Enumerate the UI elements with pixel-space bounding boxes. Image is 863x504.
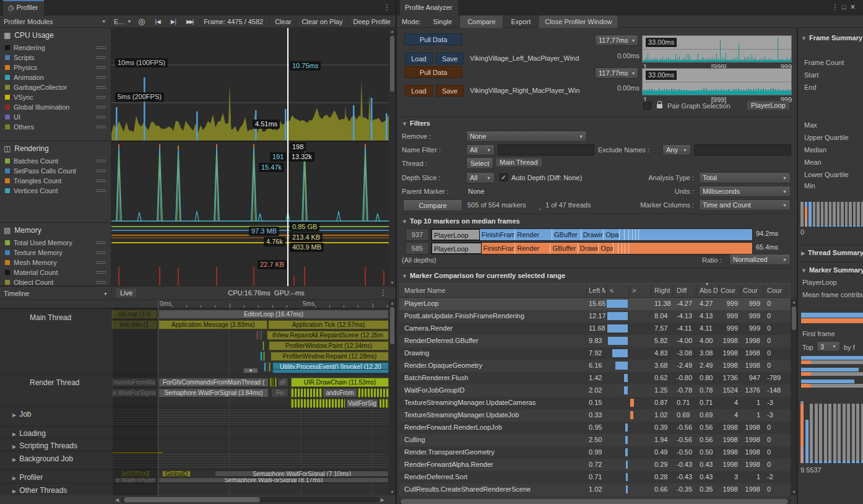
kebab-menu-icon[interactable]: ⋮	[831, 3, 842, 11]
legend-item[interactable]: Total Used Memory	[0, 238, 111, 248]
marker-segment[interactable]: Render	[515, 243, 550, 254]
column-header[interactable]: Abs D	[700, 287, 718, 294]
legend-item[interactable]: Rendering	[0, 43, 111, 53]
timeline-span-sliver[interactable]	[358, 388, 389, 398]
thread-label-main-thread[interactable]: Main Thread	[30, 313, 71, 322]
current-frame-button[interactable]: ▶▶|	[181, 19, 197, 25]
timeline-span-sliver[interactable]	[264, 362, 266, 371]
analysis-type-dropdown[interactable]: Total▼	[699, 172, 791, 183]
scrollbar-thumb[interactable]	[792, 306, 796, 330]
thread-label-job[interactable]: ▶Job	[12, 410, 32, 419]
marker-columns-dropdown[interactable]: Time and Count▼	[699, 199, 791, 211]
lock-icon[interactable]	[657, 104, 662, 108]
thread-summary-header[interactable]: ▶Thread Summary	[801, 249, 863, 256]
expand-icon[interactable]: ▶	[12, 489, 16, 494]
mode-single-button[interactable]: Single	[426, 18, 460, 25]
scroll-down-icon[interactable]: ▼	[389, 490, 396, 494]
scrollbar-thumb[interactable]	[390, 36, 394, 92]
drag-handle-icon[interactable]	[96, 180, 106, 182]
exclude-scope-dropdown[interactable]: Any▼	[662, 144, 691, 155]
timeline-span[interactable]: Fo	[271, 388, 288, 398]
legend-item[interactable]: Physics	[0, 63, 111, 72]
thread-label-background-job[interactable]: ▶Background Job	[12, 454, 73, 463]
timeline-span[interactable]: Application.Message (3.83ms)	[158, 320, 267, 329]
close-profiler-window-button[interactable]: Close Profiler Window	[538, 15, 618, 28]
legend-item[interactable]: Vertices Count	[0, 186, 111, 196]
mode-compare-button[interactable]: Compare	[459, 15, 503, 28]
timeline-span[interactable]: ▼	[243, 368, 258, 373]
editor-target-dropdown[interactable]: E...▼	[110, 15, 133, 28]
timeline-span[interactable]: mandsFromMa	[111, 378, 157, 387]
marker-segment-small[interactable]	[620, 229, 625, 240]
profiler-charts[interactable]: 10ms (100FPS)5ms (200FPS)10.75ms4.51ms19…	[111, 28, 389, 286]
scrollbar-thumb[interactable]	[124, 497, 260, 502]
timeline-span-sliver[interactable]	[262, 341, 264, 350]
exclude-names-input[interactable]	[694, 144, 791, 155]
legend-item[interactable]: UI	[0, 112, 111, 122]
timeline-span-sliver[interactable]	[272, 378, 274, 387]
profiler-modules-dropdown[interactable]: Profiler Modules▼	[0, 15, 110, 28]
kebab-menu-icon[interactable]: ⋮	[379, 289, 387, 297]
remove-dropdown[interactable]: None▼	[466, 131, 587, 142]
marker-segment[interactable]: FinishFram	[480, 229, 515, 240]
name-filter-input[interactable]	[498, 144, 594, 155]
thread-label-loading[interactable]: ▶Loading	[12, 429, 46, 438]
table-row[interactable]: WaitForJobGroupID2.021.25-0.780.78152413…	[399, 385, 791, 397]
timeline-span[interactable]: tion.Idle (1	[111, 320, 157, 329]
scroll-down-icon[interactable]: ▼	[389, 280, 396, 285]
table-row[interactable]: PlayerLoop15.6511.38-4.274.279999990	[399, 298, 791, 310]
table-row[interactable]: TextureStreamingManager.UpdateJob0.331.0…	[399, 409, 791, 422]
drag-handle-icon[interactable]	[96, 76, 106, 79]
timeline-span-sliver[interactable]	[267, 362, 268, 371]
load-left-button[interactable]: Load	[405, 53, 433, 64]
frames-graph-right[interactable]: 33.00ms	[642, 68, 792, 95]
marker-segment[interactable]: Drawir	[581, 229, 604, 240]
timeline-span-sliver[interactable]	[291, 388, 322, 398]
scroll-up-icon[interactable]: ▲	[389, 301, 396, 305]
marker-segment[interactable]: PlayerLoop	[432, 243, 482, 254]
legend-item[interactable]: Scripts	[0, 53, 111, 63]
ratio-dropdown[interactable]: Normalized▼	[729, 254, 791, 265]
marker-segment[interactable]: Opac	[604, 229, 620, 240]
table-row[interactable]: Camera.Render11.687.57-4.114.119999990	[399, 323, 791, 335]
scroll-right-icon[interactable]: ▶	[381, 497, 384, 503]
frame-number-chip[interactable]: 585	[405, 242, 429, 254]
marker-segment[interactable]: PlayerLoop	[432, 229, 480, 240]
timeline-span[interactable]: Application.Tick (12.57ms)	[268, 320, 389, 329]
record-button[interactable]: ◎	[133, 17, 150, 26]
timeline-span[interactable]: VaitForSig	[346, 399, 378, 408]
thread-label-profiler[interactable]: ▶Profiler	[12, 473, 43, 482]
timeline-span[interactable]: Semaphore.WaitForSignal (7.10ms)	[215, 471, 389, 477]
drag-handle-icon[interactable]	[96, 189, 106, 192]
table-row[interactable]: Drawing7.924.83-3.083.08199819980	[399, 347, 791, 360]
thread-label-render-thread[interactable]: Render Thread	[30, 378, 80, 387]
scroll-up-icon[interactable]: ▲	[389, 29, 396, 33]
timeline-span[interactable]: ProfilerWindow.Repaint (12.28ms)	[271, 352, 389, 361]
table-row[interactable]: Render.TransparentGeometry0.990.49-0.500…	[399, 446, 791, 459]
thread-label-scripting-threads[interactable]: ▶Scripting Threads	[12, 441, 77, 450]
column-header[interactable]: Cour	[743, 287, 760, 294]
thread-label-other-threads[interactable]: ▶Other Threads	[12, 486, 67, 495]
drag-handle-icon[interactable]	[96, 271, 106, 274]
charts-scrollbar[interactable]: ▲ ▼	[389, 28, 396, 286]
selected-marker-chip[interactable]: PlayerLoop	[747, 101, 789, 110]
timeline-span-sliver[interactable]	[113, 452, 162, 453]
kebab-menu-icon[interactable]: ⋮	[383, 3, 391, 12]
scrollbar-thumb[interactable]	[390, 307, 394, 344]
drag-handle-icon[interactable]	[96, 106, 106, 108]
drag-handle-icon[interactable]	[96, 170, 106, 172]
drag-handle-icon[interactable]	[96, 66, 106, 69]
comparison-section-header[interactable]: ▼Marker Comparison for currently selecte…	[402, 272, 565, 279]
tab-profile-analyzer[interactable]: Profile Analyzer	[400, 0, 458, 15]
top-n-dropdown[interactable]: 3▼	[817, 341, 840, 352]
timeline-span[interactable]: e.WaitForSign	[114, 477, 157, 483]
timeline-span-sliver[interactable]	[272, 369, 389, 373]
column-header[interactable]: Cour	[721, 287, 738, 294]
drag-handle-icon[interactable]	[96, 116, 106, 118]
timeline-hscrollbar[interactable]: ◀ ▶	[0, 495, 396, 504]
pair-graph-selection-checkbox[interactable]	[643, 102, 651, 110]
drag-handle-icon[interactable]	[96, 96, 106, 98]
table-row[interactable]: RenderForward.RenderLoopJob0.950.39-0.56…	[399, 422, 791, 434]
thread-select-button[interactable]: Select	[466, 157, 493, 169]
timeline-span[interactable]: sF	[277, 378, 288, 387]
